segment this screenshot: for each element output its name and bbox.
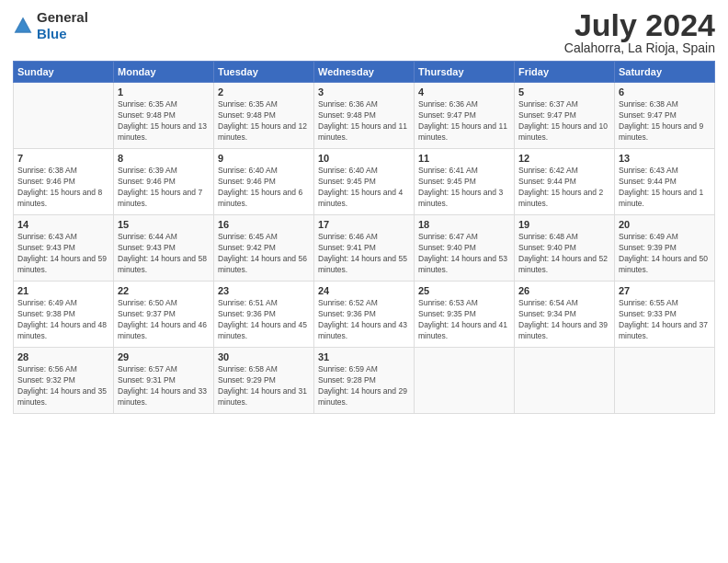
day-number: 20	[619, 219, 711, 230]
day-number: 28	[17, 351, 109, 362]
day-info: Sunrise: 6:38 AMSunset: 9:47 PMDaylight:…	[619, 99, 711, 144]
day-info: Sunrise: 6:52 AMSunset: 9:36 PMDaylight:…	[318, 298, 410, 342]
day-number: 30	[218, 351, 310, 362]
day-number: 31	[318, 351, 410, 362]
day-info: Sunrise: 6:51 AMSunset: 9:36 PMDaylight:…	[218, 298, 310, 342]
day-number: 22	[118, 285, 210, 296]
header-tuesday: Tuesday	[214, 62, 314, 83]
day-info: Sunrise: 6:38 AMSunset: 9:46 PMDaylight:…	[17, 166, 109, 210]
calendar-cell: 22Sunrise: 6:50 AMSunset: 9:37 PMDayligh…	[114, 282, 214, 348]
day-info: Sunrise: 6:49 AMSunset: 9:39 PMDaylight:…	[619, 232, 711, 276]
calendar-cell: 31Sunrise: 6:59 AMSunset: 9:28 PMDayligh…	[314, 348, 415, 414]
calendar-header: Sunday Monday Tuesday Wednesday Thursday…	[14, 62, 715, 83]
title-area: July 2024 Calahorra, La Rioja, Spain	[564, 9, 715, 55]
logo-blue: Blue	[37, 26, 67, 41]
calendar-cell: 16Sunrise: 6:45 AMSunset: 9:42 PMDayligh…	[214, 215, 314, 282]
calendar-cell: 28Sunrise: 6:56 AMSunset: 9:32 PMDayligh…	[14, 348, 114, 414]
day-number: 25	[418, 285, 510, 296]
week-row-4: 28Sunrise: 6:56 AMSunset: 9:32 PMDayligh…	[14, 348, 715, 414]
day-number: 10	[318, 153, 410, 164]
calendar-cell: 14Sunrise: 6:43 AMSunset: 9:43 PMDayligh…	[14, 215, 114, 282]
day-info: Sunrise: 6:39 AMSunset: 9:46 PMDaylight:…	[118, 166, 210, 210]
day-number: 24	[318, 285, 410, 296]
day-number: 26	[518, 285, 610, 296]
calendar-cell	[14, 83, 114, 149]
day-number: 4	[418, 86, 510, 98]
logo: General Blue	[13, 9, 88, 42]
svg-marker-1	[16, 20, 30, 32]
day-number: 7	[17, 153, 109, 164]
calendar-cell: 12Sunrise: 6:42 AMSunset: 9:44 PMDayligh…	[515, 149, 615, 215]
day-info: Sunrise: 6:47 AMSunset: 9:40 PMDaylight:…	[418, 232, 510, 276]
day-number: 29	[118, 351, 210, 362]
day-info: Sunrise: 6:37 AMSunset: 9:47 PMDaylight:…	[518, 99, 610, 144]
day-info: Sunrise: 6:53 AMSunset: 9:35 PMDaylight:…	[418, 298, 510, 342]
day-info: Sunrise: 6:56 AMSunset: 9:32 PMDaylight:…	[17, 364, 109, 408]
day-number: 6	[619, 86, 711, 98]
day-number: 21	[17, 285, 109, 296]
day-number: 9	[218, 153, 310, 164]
calendar-cell: 8Sunrise: 6:39 AMSunset: 9:46 PMDaylight…	[114, 149, 214, 215]
header-saturday: Saturday	[615, 62, 715, 83]
day-info: Sunrise: 6:45 AMSunset: 9:42 PMDaylight:…	[218, 232, 310, 276]
day-number: 19	[518, 219, 610, 230]
calendar-cell: 11Sunrise: 6:41 AMSunset: 9:45 PMDayligh…	[415, 149, 515, 215]
day-info: Sunrise: 6:46 AMSunset: 9:41 PMDaylight:…	[318, 232, 410, 276]
day-info: Sunrise: 6:43 AMSunset: 9:44 PMDaylight:…	[619, 166, 711, 210]
calendar-cell: 1Sunrise: 6:35 AMSunset: 9:48 PMDaylight…	[114, 83, 214, 149]
day-info: Sunrise: 6:44 AMSunset: 9:43 PMDaylight:…	[118, 232, 210, 276]
day-info: Sunrise: 6:43 AMSunset: 9:43 PMDaylight:…	[17, 232, 109, 276]
calendar-cell: 13Sunrise: 6:43 AMSunset: 9:44 PMDayligh…	[615, 149, 715, 215]
calendar-cell: 29Sunrise: 6:57 AMSunset: 9:31 PMDayligh…	[114, 348, 214, 414]
day-number: 5	[518, 86, 610, 98]
calendar-cell: 23Sunrise: 6:51 AMSunset: 9:36 PMDayligh…	[214, 282, 314, 348]
day-number: 8	[118, 153, 210, 164]
day-info: Sunrise: 6:58 AMSunset: 9:29 PMDaylight:…	[218, 364, 310, 408]
day-number: 17	[318, 219, 410, 230]
day-number: 14	[17, 219, 109, 230]
header: General Blue July 2024 Calahorra, La Rio…	[13, 9, 715, 55]
week-row-0: 1Sunrise: 6:35 AMSunset: 9:48 PMDaylight…	[14, 83, 715, 149]
location-title: Calahorra, La Rioja, Spain	[564, 40, 715, 55]
calendar-cell: 18Sunrise: 6:47 AMSunset: 9:40 PMDayligh…	[415, 215, 515, 282]
day-info: Sunrise: 6:35 AMSunset: 9:48 PMDaylight:…	[218, 99, 310, 144]
calendar-cell: 2Sunrise: 6:35 AMSunset: 9:48 PMDaylight…	[214, 83, 314, 149]
day-info: Sunrise: 6:36 AMSunset: 9:48 PMDaylight:…	[318, 99, 410, 144]
calendar-cell	[515, 348, 615, 414]
calendar-cell: 6Sunrise: 6:38 AMSunset: 9:47 PMDaylight…	[615, 83, 715, 149]
logo-general: General	[37, 9, 88, 25]
calendar-cell: 4Sunrise: 6:36 AMSunset: 9:47 PMDaylight…	[415, 83, 515, 149]
day-info: Sunrise: 6:40 AMSunset: 9:46 PMDaylight:…	[218, 166, 310, 210]
calendar-body: 1Sunrise: 6:35 AMSunset: 9:48 PMDaylight…	[14, 83, 715, 414]
calendar-cell: 17Sunrise: 6:46 AMSunset: 9:41 PMDayligh…	[314, 215, 415, 282]
day-info: Sunrise: 6:54 AMSunset: 9:34 PMDaylight:…	[518, 298, 610, 342]
calendar-cell: 20Sunrise: 6:49 AMSunset: 9:39 PMDayligh…	[615, 215, 715, 282]
logo-text: General Blue	[37, 9, 88, 42]
day-info: Sunrise: 6:35 AMSunset: 9:48 PMDaylight:…	[118, 99, 210, 144]
header-monday: Monday	[114, 62, 214, 83]
page: General Blue July 2024 Calahorra, La Rio…	[0, 0, 728, 563]
header-thursday: Thursday	[415, 62, 515, 83]
day-info: Sunrise: 6:41 AMSunset: 9:45 PMDaylight:…	[418, 166, 510, 210]
calendar-cell: 27Sunrise: 6:55 AMSunset: 9:33 PMDayligh…	[615, 282, 715, 348]
day-info: Sunrise: 6:49 AMSunset: 9:38 PMDaylight:…	[17, 298, 109, 342]
day-info: Sunrise: 6:36 AMSunset: 9:47 PMDaylight:…	[418, 99, 510, 144]
week-row-2: 14Sunrise: 6:43 AMSunset: 9:43 PMDayligh…	[14, 215, 715, 282]
day-info: Sunrise: 6:50 AMSunset: 9:37 PMDaylight:…	[118, 298, 210, 342]
day-number: 3	[318, 86, 410, 98]
calendar-cell	[615, 348, 715, 414]
day-number: 13	[619, 153, 711, 164]
calendar-cell: 25Sunrise: 6:53 AMSunset: 9:35 PMDayligh…	[415, 282, 515, 348]
day-number: 2	[218, 86, 310, 98]
day-number: 23	[218, 285, 310, 296]
calendar-cell: 19Sunrise: 6:48 AMSunset: 9:40 PMDayligh…	[515, 215, 615, 282]
header-row: Sunday Monday Tuesday Wednesday Thursday…	[14, 62, 715, 83]
calendar-cell: 21Sunrise: 6:49 AMSunset: 9:38 PMDayligh…	[14, 282, 114, 348]
day-number: 15	[118, 219, 210, 230]
day-number: 1	[118, 86, 210, 98]
day-info: Sunrise: 6:40 AMSunset: 9:45 PMDaylight:…	[318, 166, 410, 210]
day-info: Sunrise: 6:42 AMSunset: 9:44 PMDaylight:…	[518, 166, 610, 210]
day-info: Sunrise: 6:55 AMSunset: 9:33 PMDaylight:…	[619, 298, 711, 342]
calendar-cell	[415, 348, 515, 414]
calendar-cell: 24Sunrise: 6:52 AMSunset: 9:36 PMDayligh…	[314, 282, 415, 348]
